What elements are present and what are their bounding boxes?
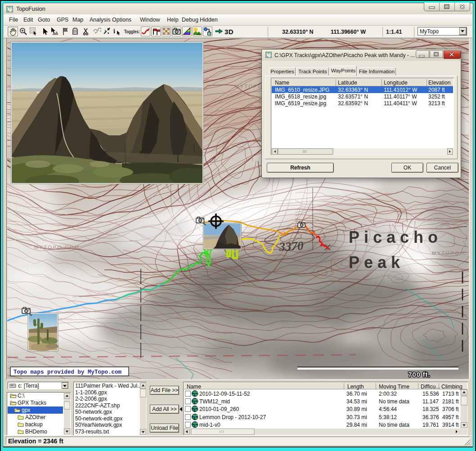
svg-text:Topo maps provided by MyTopo.c: Topo maps provided by MyTopo.com (13, 369, 122, 375)
svg-text:Picacho: Picacho (349, 228, 442, 246)
svg-text:700 ft.: 700 ft. (409, 371, 431, 378)
svg-text:Peak: Peak (349, 253, 404, 272)
svg-text:MYTOPO.COM: MYTOPO.COM (34, 245, 80, 250)
svg-text:i: i (113, 28, 115, 35)
svg-text:MYTOPO.C: MYTOPO.C (432, 250, 467, 256)
svg-text:3370: 3370 (278, 239, 304, 254)
